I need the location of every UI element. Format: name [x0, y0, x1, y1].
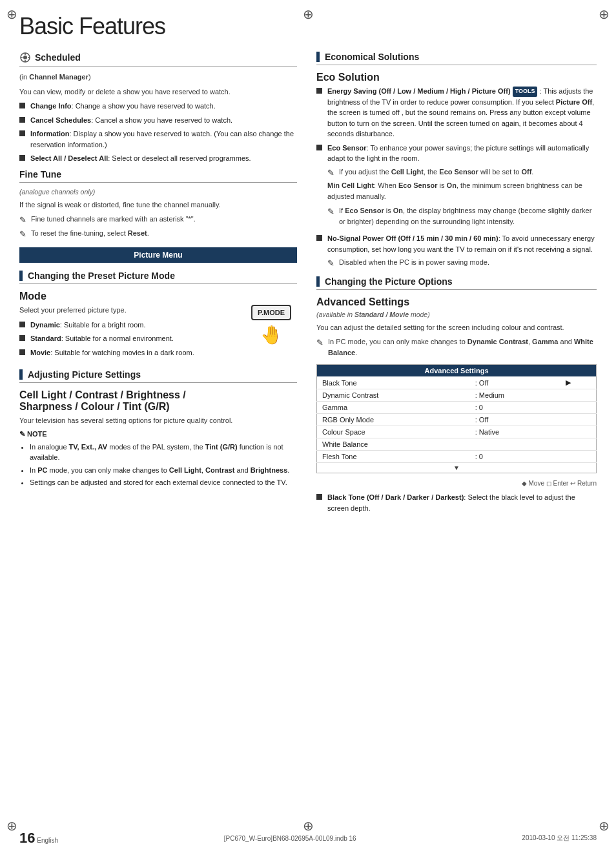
advanced-pc-note: In PC mode, you can only make changes to… — [316, 336, 597, 358]
footer-date: 2010-03-10 오전 11:25:38 — [522, 834, 597, 843]
bullet-icon — [19, 117, 25, 123]
economical-header: Economical Solutions — [316, 52, 597, 65]
table-cell-label: Dynamic Contrast — [317, 389, 470, 402]
crosshair-left-top: ⊕ — [6, 6, 17, 22]
advanced-settings-title: Advanced Settings — [316, 296, 597, 308]
table-cell-empty — [560, 451, 597, 463]
list-item: Cancel Schedules: Cancel a show you have… — [19, 115, 297, 126]
list-item-text: Energy Saving (Off / Low / Medium / High… — [327, 86, 597, 139]
advanced-settings-table: Advanced Settings Black Tone : Off ▶ Dyn… — [316, 364, 597, 473]
mode-list: Dynamic: Suitable for a bright room. Sta… — [19, 320, 239, 358]
list-item: Movie: Suitable for watching movies in a… — [19, 347, 239, 358]
left-column: Scheduled (in Channel Manager) You can v… — [19, 52, 297, 519]
bullet-icon — [19, 103, 25, 108]
main-content: Scheduled (in Channel Manager) You can v… — [19, 52, 597, 519]
list-item-text: Standard: Suitable for a normal environm… — [30, 333, 174, 344]
table-cell-label: White Balance — [317, 438, 470, 451]
advanced-intro: You can adjust the detailed setting for … — [316, 322, 597, 333]
bullet-icon — [316, 235, 322, 241]
list-item-text: Cancel Schedules: Cancel a show you have… — [30, 115, 232, 126]
crosshair-left-bottom: ⊕ — [6, 818, 17, 834]
bullet-icon — [316, 494, 322, 500]
eco-list: Energy Saving (Off / Low / Medium / High… — [316, 86, 597, 271]
fine-tune-context: (analogue channels only) — [19, 188, 297, 196]
economical-title: Economical Solutions — [325, 52, 419, 62]
adjusting-header: Adjusting Picture Settings — [19, 369, 297, 383]
list-item: Change Info: Change a show you have rese… — [19, 101, 297, 112]
page-container: ⊕ ⊕ ⊕ Basic Features Scheduled — [0, 0, 616, 853]
table-cell-empty — [560, 402, 597, 414]
table-cell-label: Colour Space — [317, 426, 470, 438]
section-bar-icon — [316, 52, 320, 62]
list-item: No-Signal Power Off (Off / 15 min / 30 m… — [316, 233, 597, 271]
fine-tune-note2: To reset the fine-tuning, select Reset. — [19, 228, 297, 239]
crosshair-top: ⊕ — [303, 6, 314, 22]
page-footer: 16 English [PC670_W-Euro]BN68-02695A-00L… — [19, 830, 597, 847]
black-tone-list: Black Tone (Off / Dark / Darker / Darkes… — [316, 492, 597, 513]
picture-menu-bar: Picture Menu — [19, 247, 297, 263]
cell-light-intro: Your television has several setting opti… — [19, 415, 297, 426]
table-cell-value: : Native — [470, 426, 560, 438]
table-cell-label: Black Tone — [317, 376, 470, 389]
pmode-container: P.MODE 🤚 — [245, 305, 297, 345]
preset-title: Changing the Preset Picture Mode — [28, 271, 175, 281]
note-label: ✎ NOTE — [19, 430, 297, 438]
table-cell-empty — [560, 438, 597, 451]
list-item-text: Information: Display a show you have res… — [30, 128, 297, 150]
list-item: Black Tone (Off / Dark / Darker / Darkes… — [316, 492, 597, 513]
fine-tune-note1: Fine tuned channels are marked with an a… — [19, 214, 297, 225]
svg-point-1 — [23, 56, 27, 59]
table-cell-value — [470, 438, 560, 451]
no-signal-block: No-Signal Power Off (Off / 15 min / 30 m… — [327, 233, 597, 271]
scheduled-header: Scheduled — [19, 52, 297, 67]
table-row: White Balance — [317, 438, 597, 451]
language-label: English — [37, 837, 58, 844]
page-number-label: 16 English — [19, 830, 58, 847]
min-cell-text: Min Cell Light: When Eco Sensor is On, t… — [327, 180, 597, 201]
table-cell-empty — [560, 414, 597, 426]
table-row: Black Tone : Off ▶ — [317, 376, 597, 389]
bullet-icon — [19, 155, 25, 161]
list-item: Select All / Deselect All: Select or des… — [19, 153, 297, 164]
fine-tune-intro: If the signal is weak or distorted, fine… — [19, 200, 297, 211]
table-cell-value: : 0 — [470, 451, 560, 463]
table-row: Colour Space : Native — [317, 426, 597, 438]
hand-icon: 🤚 — [260, 324, 283, 345]
table-cell-value: : Off — [470, 414, 560, 426]
cell-light-title: Cell Light / Contrast / Brightness /Shar… — [19, 389, 297, 413]
scheduled-context: (in Channel Manager) — [19, 72, 297, 83]
table-footer: ◆ Move ◻ Enter ↩ Return — [316, 480, 597, 487]
list-item-text: Movie: Suitable for watching movies in a… — [30, 347, 194, 358]
bullet-icon — [19, 349, 25, 355]
right-column: Economical Solutions Eco Solution Energy… — [316, 52, 597, 519]
footer-file: [PC670_W-Euro]BN68-02695A-00L09.indb 16 — [224, 835, 356, 842]
eco-sensor-block: Eco Sensor: To enhance your power saving… — [327, 143, 597, 231]
table-row: ▼ — [317, 463, 597, 473]
table-cell-value: : 0 — [470, 402, 560, 414]
fine-tune-header: Fine Tune — [19, 169, 297, 183]
table-header: Advanced Settings — [317, 365, 597, 377]
bullet-icon — [19, 322, 25, 327]
table-cell-value: : Off — [470, 376, 560, 389]
table-cell-label: Gamma — [317, 402, 470, 414]
list-item: Dynamic: Suitable for a bright room. — [19, 320, 239, 331]
list-item-text: Eco Sensor: To enhance your power saving… — [327, 144, 589, 163]
scheduled-title: Scheduled — [35, 52, 81, 63]
fine-tune-title: Fine Tune — [19, 169, 61, 180]
list-item-text: Black Tone (Off / Dark / Darker / Darkes… — [327, 492, 597, 513]
no-signal-note: Disabled when the PC is in power saving … — [327, 257, 597, 268]
list-item-text: Dynamic: Suitable for a bright room. — [30, 320, 146, 331]
list-item: Eco Sensor: To enhance your power saving… — [316, 143, 597, 231]
bullet-icon — [316, 145, 322, 150]
mode-section: Select your preferred picture type. Dyna… — [19, 305, 297, 363]
section-bar-icon — [19, 271, 23, 281]
eco-note1: If you adjust the Cell Light, the Eco Se… — [327, 167, 597, 178]
scheduled-list: Change Info: Change a show you have rese… — [19, 101, 297, 164]
table-cell-empty — [560, 426, 597, 438]
bullet-icon — [19, 130, 25, 136]
list-item: In analogue TV, Ext., AV modes of the PA… — [30, 442, 297, 463]
mode-text: Select your preferred picture type. Dyna… — [19, 305, 239, 363]
cell-light-notes: In analogue TV, Ext., AV modes of the PA… — [19, 442, 297, 488]
table-row: Gamma : 0 — [317, 402, 597, 414]
preset-header: Changing the Preset Picture Mode — [19, 271, 297, 284]
